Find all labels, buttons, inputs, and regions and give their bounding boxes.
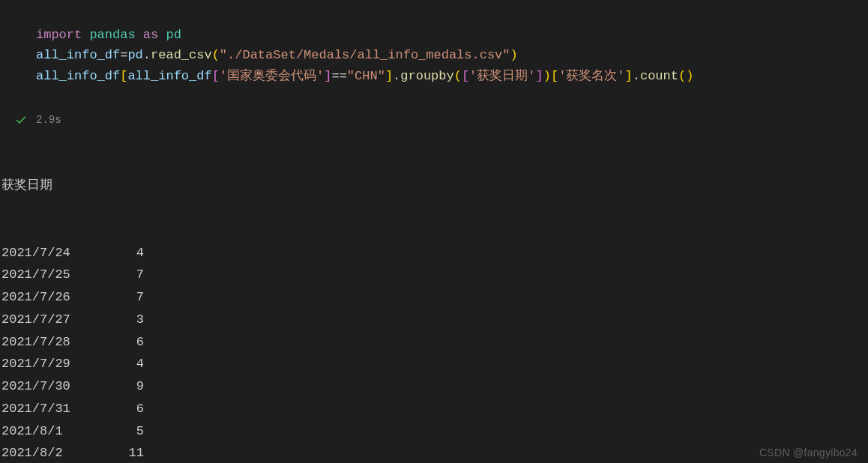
output-count: 6 (114, 331, 144, 354)
output-date: 2021/7/28 (1, 331, 114, 354)
output-date: 2021/7/25 (1, 264, 114, 286)
var-pd: pd (127, 48, 142, 62)
paren-open: ( (212, 48, 220, 62)
output-date: 2021/8/1 (1, 420, 114, 443)
output-row: 2021/8/15 (1, 420, 868, 443)
output-row: 2021/7/316 (1, 398, 868, 420)
check-icon (15, 114, 27, 126)
string-chn: "CHN" (347, 69, 385, 83)
output-row: 2021/7/244 (1, 242, 868, 264)
dot: . (393, 69, 400, 83)
output-date: 2021/7/31 (1, 398, 114, 420)
var-all-info-df: all_info_df (36, 48, 120, 62)
output-rows: 2021/7/2442021/7/2572021/7/2672021/7/273… (1, 242, 868, 463)
notebook-cell: import pandas as pd all_info_df=pd.read_… (0, 0, 868, 463)
output-date: 2021/7/24 (1, 242, 114, 264)
code-line-1: import pandas as pd (36, 28, 181, 42)
cell-output[interactable]: 获奖日期 2021/7/2442021/7/2572021/7/2672021/… (0, 130, 868, 463)
bracket-open: [ (120, 69, 127, 83)
bracket-open: [ (551, 69, 558, 83)
paren-open: ( (454, 69, 462, 83)
output-date: 2021/7/29 (1, 353, 114, 375)
func-read-csv: read_csv (151, 48, 212, 62)
var-all-info-df: all_info_df (36, 69, 120, 83)
output-count: 4 (114, 242, 144, 264)
output-row: 2021/7/257 (1, 264, 868, 286)
output-count: 7 (114, 264, 144, 286)
func-count: count (640, 69, 678, 83)
paren-close: ) (543, 69, 551, 83)
bracket-close-2: ] (324, 69, 331, 83)
func-groupby: groupby (400, 69, 453, 83)
string-path: "./DataSet/Medals/all_info_medals.csv" (220, 48, 510, 62)
bracket-open-2: [ (212, 69, 220, 83)
paren-close: ) (686, 69, 693, 83)
list-open: [ (462, 69, 469, 83)
output-row: 2021/7/294 (1, 353, 868, 375)
output-row: 2021/8/211 (1, 442, 868, 463)
output-date: 2021/7/26 (1, 286, 114, 309)
keyword-import: import (36, 28, 82, 42)
bracket-close: ] (625, 69, 633, 83)
list-close: ] (536, 69, 543, 83)
string-col-date: '获奖日期' (469, 69, 535, 83)
output-count: 5 (114, 420, 144, 443)
code-line-2: all_info_df=pd.read_csv("./DataSet/Medal… (36, 48, 518, 62)
op-assign: = (120, 48, 127, 62)
output-count: 4 (114, 353, 144, 375)
code-line-3: all_info_df[all_info_df['国家奥委会代码']=="CHN… (36, 69, 693, 83)
output-row: 2021/7/309 (1, 375, 868, 398)
execution-status: 2.9s (0, 114, 868, 126)
output-date: 2021/7/27 (1, 309, 114, 331)
dot: . (633, 69, 640, 83)
output-date: 2021/8/2 (1, 442, 114, 463)
output-row: 2021/7/273 (1, 309, 868, 331)
output-count: 6 (114, 398, 144, 420)
output-header: 获奖日期 (1, 175, 868, 197)
string-col-rank: '获奖名次' (558, 69, 624, 83)
dot: . (143, 48, 151, 62)
alias-pd: pd (166, 28, 181, 42)
keyword-as: as (143, 28, 158, 42)
output-count: 11 (114, 442, 144, 463)
var-all-info-df-2: all_info_df (127, 69, 211, 83)
output-date: 2021/7/30 (1, 375, 114, 398)
output-row: 2021/7/267 (1, 286, 868, 309)
execution-time: 2.9s (36, 114, 61, 126)
paren-close: ) (510, 48, 518, 62)
output-count: 9 (114, 375, 144, 398)
paren-open: ( (678, 69, 686, 83)
string-col-country: '国家奥委会代码' (220, 69, 324, 83)
code-editor[interactable]: import pandas as pd all_info_df=pd.read_… (0, 4, 868, 106)
module-pandas: pandas (89, 28, 135, 42)
bracket-close: ] (385, 69, 393, 83)
output-count: 3 (114, 309, 144, 331)
op-eqeq: == (331, 69, 346, 83)
output-count: 7 (114, 286, 144, 309)
watermark-text: CSDN @fangyibo24 (759, 447, 858, 459)
output-row: 2021/7/286 (1, 331, 868, 354)
